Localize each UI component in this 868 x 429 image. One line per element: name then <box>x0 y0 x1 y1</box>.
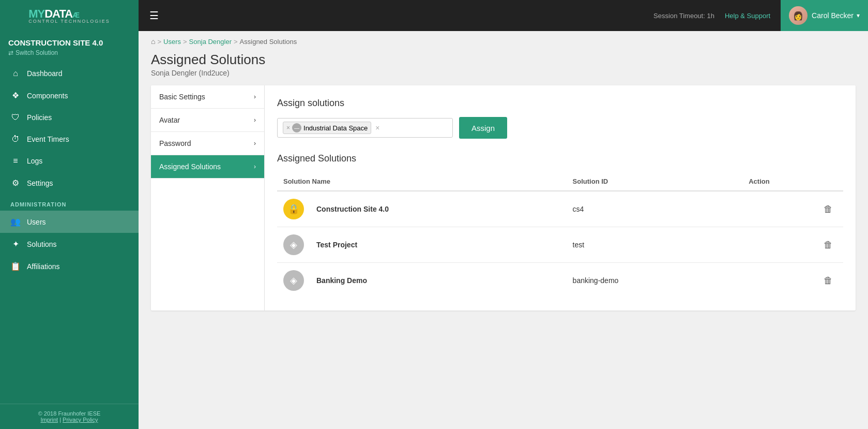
action-cell: 🗑 <box>742 227 843 263</box>
main-panel: Assign solutions × — Industrial Data Spa… <box>265 85 856 310</box>
assign-button[interactable]: Assign <box>459 117 507 139</box>
breadcrumb: ⌂ > Users > Sonja Dengler > Assigned Sol… <box>139 31 868 52</box>
side-menu-password[interactable]: Password › <box>151 132 264 155</box>
sidebar-item-solutions[interactable]: ✦ Solutions <box>0 233 139 255</box>
breadcrumb-users[interactable]: Users <box>163 38 181 46</box>
solution-icon-cell: ◈ <box>277 227 310 263</box>
sidebar-footer: © 2018 Fraunhofer IESE Imprint | Privacy… <box>0 404 139 429</box>
affiliations-icon: 📋 <box>10 261 21 271</box>
top-header: MYDATAÆ CONTROL TECHNOLOGIES ☰ Session T… <box>0 0 868 31</box>
table-row: 🔒 Construction Site 4.0 cs4 🗑 <box>277 191 843 227</box>
assign-row: × — Industrial Data Space × Assign <box>277 117 843 139</box>
solution-icon-cs4: 🔒 <box>283 199 304 219</box>
chevron-right-icon: › <box>254 140 256 147</box>
solution-icon-gray: ◈ <box>283 270 304 291</box>
home-icon[interactable]: ⌂ <box>151 37 155 46</box>
content-area: ⌂ > Users > Sonja Dengler > Assigned Sol… <box>139 31 868 429</box>
imprint-link[interactable]: Imprint <box>40 417 58 423</box>
sidebar-item-label: Dashboard <box>27 69 63 78</box>
logs-icon: ≡ <box>10 156 21 166</box>
solution-name: Construction Site 4.0 <box>316 205 389 213</box>
tag-inner-remove[interactable]: × <box>286 124 290 131</box>
main-layout: CONSTRUCTION SITE 4.0 ⇄ Switch Solution … <box>0 31 868 429</box>
solution-name-cell: Banking Demo <box>310 263 567 299</box>
chevron-right-icon: › <box>254 163 256 170</box>
solutions-icon: ✦ <box>10 239 21 249</box>
solution-name: Test Project <box>316 241 357 249</box>
logo-area: MYDATAÆ CONTROL TECHNOLOGIES <box>0 0 139 31</box>
solution-name-cell: Test Project <box>310 227 567 263</box>
tag-icon: — <box>292 123 301 132</box>
action-cell: 🗑 <box>742 263 843 299</box>
solution-id: test <box>567 227 743 263</box>
event-timers-icon: ⏱ <box>10 135 21 144</box>
content-card: Basic Settings › Avatar › Password › Ass… <box>151 85 856 310</box>
solutions-table: Solution Name Solution ID Action 🔒 <box>277 172 843 298</box>
switch-solution[interactable]: ⇄ Switch Solution <box>0 49 139 63</box>
table-section-title: Assigned Solutions <box>277 153 843 164</box>
tag-input-field[interactable]: × — Industrial Data Space × <box>277 118 453 138</box>
breadcrumb-current: Assigned Solutions <box>240 38 297 46</box>
tag-industrial-data-space: × — Industrial Data Space <box>283 122 371 134</box>
table-row: ◈ Banking Demo banking-demo 🗑 <box>277 263 843 299</box>
sidebar-item-label: Settings <box>27 179 53 187</box>
solution-name-cell: Construction Site 4.0 <box>310 191 567 227</box>
sidebar-item-components[interactable]: ❖ Components <box>0 84 139 107</box>
sidebar-item-dashboard[interactable]: ⌂ Dashboard <box>0 63 139 84</box>
solution-name: Banking Demo <box>316 276 367 285</box>
footer-copy: © 2018 Fraunhofer IESE <box>38 410 101 417</box>
tag-outer-remove[interactable]: × <box>375 124 379 132</box>
page-subtitle: Sonja Dengler (Ind2uce) <box>151 69 856 77</box>
action-cell: 🗑 <box>742 191 843 227</box>
th-solution-id: Solution ID <box>567 172 743 191</box>
page-title: Assigned Solutions <box>151 52 856 68</box>
basic-settings-label: Basic Settings <box>159 93 205 101</box>
solution-icon-gray: ◈ <box>283 234 304 255</box>
sidebar-item-label: Solutions <box>27 240 57 248</box>
table-header-row: Solution Name Solution ID Action <box>277 172 843 191</box>
components-icon: ❖ <box>10 91 21 100</box>
help-link[interactable]: Help & Support <box>725 12 770 20</box>
user-menu[interactable]: 👩 Carol Becker ▾ <box>781 0 868 31</box>
delete-button[interactable]: 🗑 <box>819 273 837 288</box>
solution-id: banking-demo <box>567 263 743 299</box>
side-menu-assigned-solutions[interactable]: Assigned Solutions › <box>151 155 264 179</box>
hamburger-button[interactable]: ☰ <box>139 0 170 31</box>
tag-icon-char: — <box>294 125 299 131</box>
solution-id: cs4 <box>567 191 743 227</box>
table-row: ◈ Test Project test 🗑 <box>277 227 843 263</box>
settings-icon: ⚙ <box>10 178 21 188</box>
sidebar-item-users[interactable]: 👥 Users <box>0 211 139 233</box>
sidebar-item-label: Affiliations <box>27 262 60 271</box>
privacy-link[interactable]: Privacy Policy <box>63 417 98 423</box>
side-menu-basic-settings[interactable]: Basic Settings › <box>151 85 264 109</box>
policies-icon: 🛡 <box>10 113 21 122</box>
dashboard-icon: ⌂ <box>10 69 21 78</box>
sidebar-item-affiliations[interactable]: 📋 Affiliations <box>0 255 139 277</box>
chevron-right-icon: › <box>254 116 256 124</box>
sidebar-item-settings[interactable]: ⚙ Settings <box>0 172 139 194</box>
sidebar-item-event-timers[interactable]: ⏱ Event Timers <box>0 128 139 150</box>
sidebar-item-label: Policies <box>27 113 52 122</box>
logo-sub: CONTROL TECHNOLOGIES <box>28 19 110 24</box>
sidebar-item-label: Components <box>27 92 68 100</box>
users-icon: 👥 <box>10 217 21 227</box>
sidebar-nav: ⌂ Dashboard ❖ Components 🛡 Policies ⏱ Ev… <box>0 63 139 404</box>
sidebar-item-policies[interactable]: 🛡 Policies <box>0 107 139 128</box>
delete-button[interactable]: 🗑 <box>819 202 837 217</box>
solution-icon-cell: ◈ <box>277 263 310 299</box>
assigned-solutions-label: Assigned Solutions <box>159 162 221 171</box>
chevron-down-icon: ▾ <box>857 12 860 19</box>
password-label: Password <box>159 139 191 147</box>
breadcrumb-user[interactable]: Sonja Dengler <box>189 38 232 46</box>
delete-button[interactable]: 🗑 <box>819 238 837 253</box>
page-header: Assigned Solutions Sonja Dengler (Ind2uc… <box>139 52 868 85</box>
site-name: CONSTRUCTION SITE 4.0 <box>0 31 139 49</box>
avatar: 👩 <box>789 6 808 25</box>
th-solution-name: Solution Name <box>277 172 567 191</box>
switch-label: Switch Solution <box>16 49 58 56</box>
side-menu-avatar[interactable]: Avatar › <box>151 109 264 132</box>
sidebar-item-logs[interactable]: ≡ Logs <box>0 150 139 172</box>
th-action: Action <box>742 172 843 191</box>
user-name: Carol Becker <box>812 11 854 20</box>
